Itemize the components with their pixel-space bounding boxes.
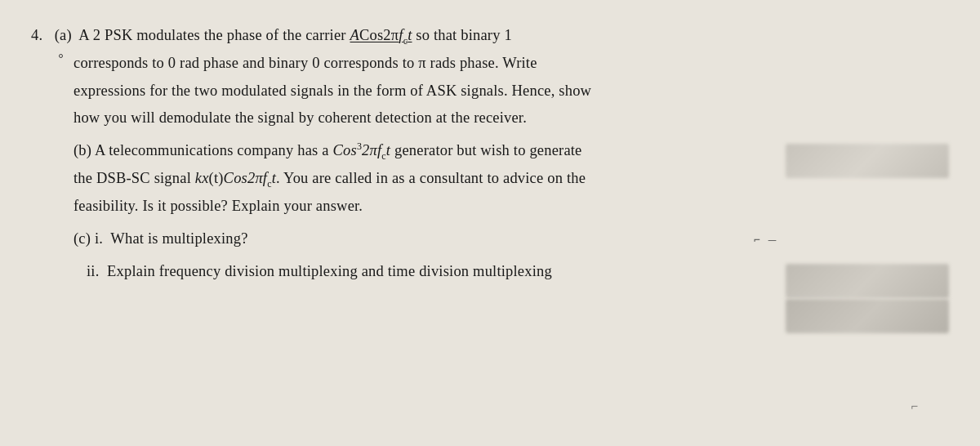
redacted-area-3 [786,299,949,333]
question-block: 4. (a) A 2 PSK modulates the phase of th… [31,23,949,284]
content-area: 4. (a) A 2 PSK modulates the phase of th… [31,23,949,430]
line-4: how you will demodulate the signal by co… [74,105,949,132]
line-5: (b) A telecommunications company has a C… [74,138,949,164]
kx-formula: kx [195,170,209,186]
part-c-label: (c) i. What is multiplexing? [74,226,248,252]
bottom-corner-mark: ⌐ [911,399,918,413]
question-number-label: 4. (a) A 2 PSK modulates the phase of th… [31,27,512,43]
line-1: 4. (a) A 2 PSK modulates the phase of th… [31,23,949,49]
small-dot-annotation [59,54,63,58]
page-container: 4. (a) A 2 PSK modulates the phase of th… [0,0,980,446]
line-2: corresponds to 0 rad phase and binary 0 … [74,51,949,77]
line-3: expressions for the two modulated signal… [74,78,949,105]
line-9: ii. Explain frequency division multiplex… [87,259,949,285]
cos3-formula: Cos [333,142,357,158]
line-6: the DSB-SC signal kx(t)Cos2πfct. You are… [74,166,949,192]
line-7: feasibility. Is it possible? Explain you… [74,194,949,220]
carrier-formula: ACos2πfct [350,27,412,43]
line-8: (c) i. What is multiplexing? ⌐ ⸺ [74,226,949,252]
corner-annotation: ⌐ ⸺ [754,231,777,249]
